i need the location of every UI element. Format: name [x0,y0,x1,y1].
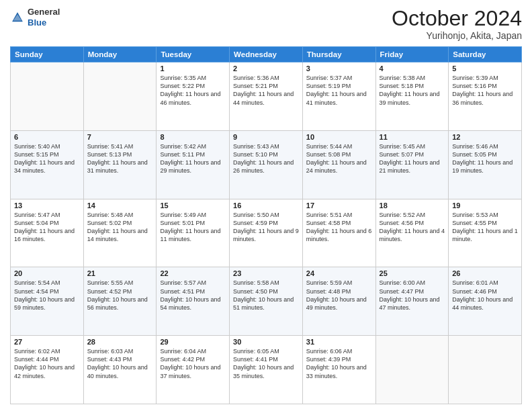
calendar-cell [449,336,522,404]
calendar-cell: 28Sunrise: 6:03 AM Sunset: 4:43 PM Dayli… [83,336,157,404]
calendar-cell: 21Sunrise: 5:55 AM Sunset: 4:52 PM Dayli… [83,267,157,336]
cell-content: Sunrise: 5:52 AM Sunset: 4:56 PM Dayligh… [380,211,445,244]
logo-text: General Blue [28,7,60,28]
day-number: 8 [160,133,226,141]
day-number: 30 [233,338,299,346]
calendar-table: SundayMondayTuesdayWednesdayThursdayFrid… [10,46,522,404]
day-number: 21 [87,269,153,277]
calendar-cell: 8Sunrise: 5:42 AM Sunset: 5:11 PM Daylig… [157,130,230,199]
calendar-cell: 7Sunrise: 5:41 AM Sunset: 5:13 PM Daylig… [83,130,157,199]
calendar-cell [11,62,84,131]
calendar-cell: 27Sunrise: 6:02 AM Sunset: 4:44 PM Dayli… [11,336,84,404]
calendar-cell: 29Sunrise: 6:04 AM Sunset: 4:42 PM Dayli… [157,336,230,404]
day-number: 26 [452,269,518,277]
cell-content: Sunrise: 5:47 AM Sunset: 5:04 PM Dayligh… [14,211,80,244]
cell-content: Sunrise: 5:54 AM Sunset: 4:54 PM Dayligh… [14,279,80,312]
calendar-cell: 5Sunrise: 5:39 AM Sunset: 5:16 PM Daylig… [449,62,522,131]
day-number: 16 [233,201,299,210]
day-number: 25 [380,269,445,277]
calendar-cell: 16Sunrise: 5:50 AM Sunset: 4:59 PM Dayli… [230,199,303,267]
weekday-header-cell: Tuesday [157,47,230,62]
cell-content: Sunrise: 6:05 AM Sunset: 4:41 PM Dayligh… [233,347,299,380]
day-number: 4 [380,64,445,73]
calendar-cell: 6Sunrise: 5:40 AM Sunset: 5:15 PM Daylig… [11,130,84,199]
cell-content: Sunrise: 6:06 AM Sunset: 4:39 PM Dayligh… [306,347,372,380]
calendar-cell: 3Sunrise: 5:37 AM Sunset: 5:19 PM Daylig… [302,62,375,131]
day-number: 17 [306,201,372,210]
calendar-cell: 12Sunrise: 5:46 AM Sunset: 5:05 PM Dayli… [449,130,522,199]
calendar-cell: 19Sunrise: 5:53 AM Sunset: 4:55 PM Dayli… [449,199,522,267]
weekday-header-cell: Monday [83,47,157,62]
weekday-header-row: SundayMondayTuesdayWednesdayThursdayFrid… [11,47,522,62]
cell-content: Sunrise: 5:50 AM Sunset: 4:59 PM Dayligh… [233,211,299,244]
calendar-week-row: 20Sunrise: 5:54 AM Sunset: 4:54 PM Dayli… [11,267,522,336]
day-number: 11 [380,133,445,141]
location-subtitle: Yurihonjo, Akita, Japan [392,30,522,41]
day-number: 9 [233,133,299,141]
calendar-week-row: 6Sunrise: 5:40 AM Sunset: 5:15 PM Daylig… [11,130,522,199]
calendar-week-row: 27Sunrise: 6:02 AM Sunset: 4:44 PM Dayli… [11,336,522,404]
calendar-cell: 31Sunrise: 6:06 AM Sunset: 4:39 PM Dayli… [302,336,375,404]
calendar-cell: 30Sunrise: 6:05 AM Sunset: 4:41 PM Dayli… [230,336,303,404]
day-number: 14 [87,201,153,210]
cell-content: Sunrise: 5:37 AM Sunset: 5:19 PM Dayligh… [306,74,372,107]
calendar-week-row: 13Sunrise: 5:47 AM Sunset: 5:04 PM Dayli… [11,199,522,267]
day-number: 27 [14,338,80,346]
day-number: 22 [160,269,226,277]
cell-content: Sunrise: 6:01 AM Sunset: 4:46 PM Dayligh… [452,279,518,312]
calendar-cell: 22Sunrise: 5:57 AM Sunset: 4:51 PM Dayli… [157,267,230,336]
cell-content: Sunrise: 5:55 AM Sunset: 4:52 PM Dayligh… [87,279,153,312]
cell-content: Sunrise: 5:44 AM Sunset: 5:08 PM Dayligh… [306,142,372,175]
cell-content: Sunrise: 5:40 AM Sunset: 5:15 PM Dayligh… [14,142,80,175]
calendar-cell [375,336,449,404]
cell-content: Sunrise: 5:43 AM Sunset: 5:10 PM Dayligh… [233,142,299,175]
cell-content: Sunrise: 5:39 AM Sunset: 5:16 PM Dayligh… [452,74,518,107]
day-number: 20 [14,269,80,277]
calendar-cell: 4Sunrise: 5:38 AM Sunset: 5:18 PM Daylig… [375,62,449,131]
calendar-cell: 10Sunrise: 5:44 AM Sunset: 5:08 PM Dayli… [302,130,375,199]
cell-content: Sunrise: 5:48 AM Sunset: 5:02 PM Dayligh… [87,211,153,244]
cell-content: Sunrise: 5:45 AM Sunset: 5:07 PM Dayligh… [380,142,445,175]
calendar-cell: 23Sunrise: 5:58 AM Sunset: 4:50 PM Dayli… [230,267,303,336]
cell-content: Sunrise: 6:03 AM Sunset: 4:43 PM Dayligh… [87,347,153,380]
svg-marker-1 [13,14,22,20]
calendar-cell: 18Sunrise: 5:52 AM Sunset: 4:56 PM Dayli… [375,199,449,267]
day-number: 6 [14,133,80,141]
day-number: 15 [160,201,226,210]
cell-content: Sunrise: 5:35 AM Sunset: 5:22 PM Dayligh… [160,74,226,107]
cell-content: Sunrise: 5:51 AM Sunset: 4:58 PM Dayligh… [306,211,372,244]
day-number: 31 [306,338,372,346]
day-number: 18 [380,201,445,210]
weekday-header-cell: Saturday [449,47,522,62]
day-number: 10 [306,133,372,141]
day-number: 19 [452,201,518,210]
logo: General Blue [10,7,60,28]
day-number: 12 [452,133,518,141]
day-number: 5 [452,64,518,73]
cell-content: Sunrise: 6:02 AM Sunset: 4:44 PM Dayligh… [14,347,80,380]
day-number: 24 [306,269,372,277]
cell-content: Sunrise: 5:59 AM Sunset: 4:48 PM Dayligh… [306,279,372,312]
calendar-cell: 1Sunrise: 5:35 AM Sunset: 5:22 PM Daylig… [157,62,230,131]
cell-content: Sunrise: 5:36 AM Sunset: 5:21 PM Dayligh… [233,74,299,107]
weekday-header-cell: Wednesday [230,47,303,62]
day-number: 7 [87,133,153,141]
day-number: 1 [160,64,226,73]
day-number: 23 [233,269,299,277]
calendar-cell: 17Sunrise: 5:51 AM Sunset: 4:58 PM Dayli… [302,199,375,267]
calendar-cell: 2Sunrise: 5:36 AM Sunset: 5:21 PM Daylig… [230,62,303,131]
weekday-header-cell: Sunday [11,47,84,62]
calendar-cell: 15Sunrise: 5:49 AM Sunset: 5:01 PM Dayli… [157,199,230,267]
page: General Blue October 2024 Yurihonjo, Aki… [0,0,532,411]
logo-icon [10,10,25,25]
calendar-cell [83,62,157,131]
calendar-cell: 24Sunrise: 5:59 AM Sunset: 4:48 PM Dayli… [302,267,375,336]
calendar-week-row: 1Sunrise: 5:35 AM Sunset: 5:22 PM Daylig… [11,62,522,131]
cell-content: Sunrise: 5:49 AM Sunset: 5:01 PM Dayligh… [160,211,226,244]
calendar-cell: 14Sunrise: 5:48 AM Sunset: 5:02 PM Dayli… [83,199,157,267]
title-block: October 2024 Yurihonjo, Akita, Japan [392,7,522,41]
cell-content: Sunrise: 5:53 AM Sunset: 4:55 PM Dayligh… [452,211,518,244]
day-number: 2 [233,64,299,73]
cell-content: Sunrise: 6:00 AM Sunset: 4:47 PM Dayligh… [380,279,445,312]
calendar-cell: 11Sunrise: 5:45 AM Sunset: 5:07 PM Dayli… [375,130,449,199]
